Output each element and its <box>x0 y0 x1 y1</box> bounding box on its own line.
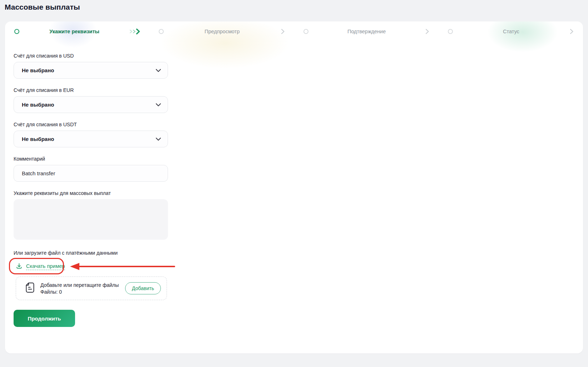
red-arrow-head <box>70 263 79 270</box>
dropzone-hint: Добавьте или перетащите файлы <box>40 282 125 288</box>
requisites-label: Укажите реквизиты для массовых выплат <box>14 190 168 196</box>
chevron-down-icon <box>155 136 161 142</box>
triple-chevron-right-icon <box>129 28 140 35</box>
page-title: Массовые выплаты <box>5 3 80 11</box>
red-arrow <box>70 263 177 270</box>
step-label: Статус <box>453 29 569 34</box>
comment-input[interactable] <box>14 165 168 182</box>
step-circle-icon <box>159 29 164 34</box>
dropzone-texts: Добавьте или перетащите файлы Файлы: 0 <box>40 282 125 295</box>
select-value: Не выбрано <box>22 102 54 108</box>
step-specify-details[interactable]: Укажите реквизиты <box>5 21 149 41</box>
content-card: Укажите реквизиты Предпросмотр Подтвержд… <box>5 21 583 353</box>
step-confirmation[interactable]: Подтверждение <box>294 21 439 41</box>
step-label: Укажите реквизиты <box>19 29 129 34</box>
comment-label: Комментарий <box>14 156 168 162</box>
step-label: Подтверждение <box>308 29 425 34</box>
download-example-link[interactable]: Скачать пример <box>16 263 65 271</box>
upload-section-label: Или загрузите файл с платёжными данными <box>14 250 168 256</box>
step-preview[interactable]: Предпросмотр <box>149 21 294 41</box>
chevron-down-icon <box>155 67 161 74</box>
select-value: Не выбрано <box>22 136 54 142</box>
chevron-right-icon <box>425 28 429 35</box>
continue-button[interactable]: Продолжить <box>14 310 75 327</box>
add-files-button[interactable]: Добавить <box>125 282 161 294</box>
chevron-right-icon <box>281 28 285 35</box>
usd-account-select[interactable]: Не выбрано <box>14 62 168 79</box>
download-example-label: Скачать пример <box>26 263 65 270</box>
step-circle-icon <box>303 29 308 34</box>
usdt-account-select[interactable]: Не выбрано <box>14 131 168 147</box>
file-dropzone[interactable]: Добавьте или перетащите файлы Файлы: 0 Д… <box>16 277 167 300</box>
eur-account-select[interactable]: Не выбрано <box>14 96 168 113</box>
usd-account-label: Счёт для списания в USD <box>14 53 168 59</box>
usdt-account-label: Счёт для списания в USDT <box>14 122 168 127</box>
step-circle-icon <box>14 29 19 34</box>
download-example-row: Скачать пример <box>14 261 168 272</box>
red-arrow-line <box>78 266 175 267</box>
document-icon <box>25 282 35 294</box>
step-status[interactable]: Статус <box>439 21 583 41</box>
step-circle-icon <box>448 29 453 34</box>
chevron-right-icon <box>569 28 574 35</box>
step-label: Предпросмотр <box>164 29 280 34</box>
select-value: Не выбрано <box>22 67 54 73</box>
eur-account-label: Счёт для списания в EUR <box>14 87 168 93</box>
files-count: Файлы: 0 <box>40 289 125 295</box>
stepper: Укажите реквизиты Предпросмотр Подтвержд… <box>5 21 583 41</box>
requisites-textarea[interactable] <box>14 199 168 240</box>
chevron-down-icon <box>155 102 161 108</box>
payout-form: Счёт для списания в USD Не выбрано Счёт … <box>14 53 168 327</box>
download-icon <box>16 263 23 271</box>
